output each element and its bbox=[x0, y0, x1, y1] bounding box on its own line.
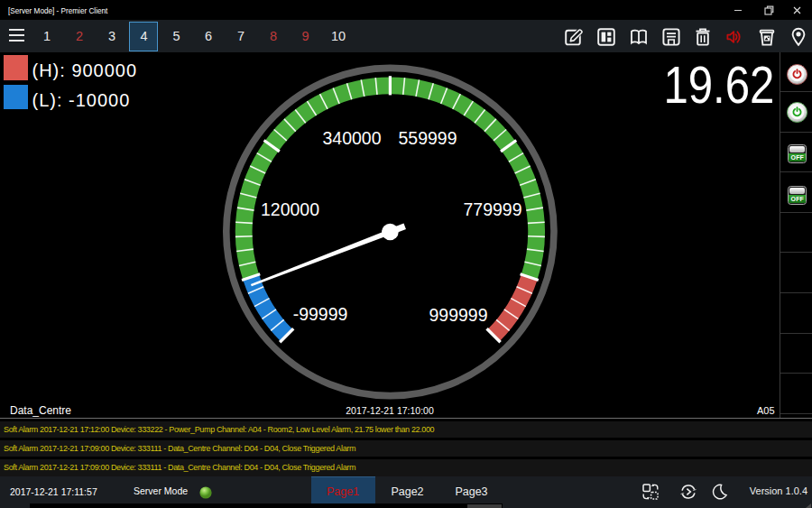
svg-text:120000: 120000 bbox=[261, 199, 319, 219]
svg-text:779999: 779999 bbox=[463, 199, 521, 219]
svg-text:999999: 999999 bbox=[429, 305, 487, 325]
svg-text:-99999: -99999 bbox=[293, 304, 348, 324]
svg-text:559999: 559999 bbox=[398, 128, 457, 148]
svg-text:340000: 340000 bbox=[322, 128, 381, 148]
